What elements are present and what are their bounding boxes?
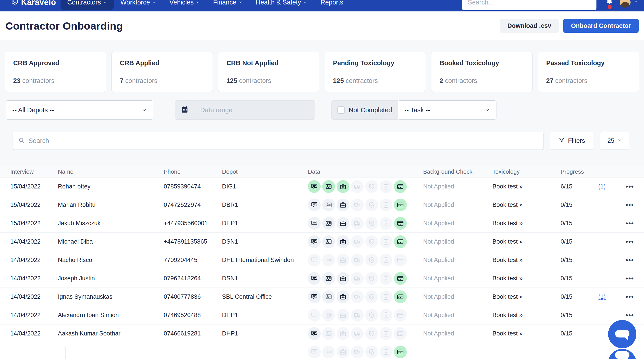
stat-card[interactable]: CRB Approved 23 contractors (5, 52, 106, 92)
id-badge-icon[interactable] (322, 254, 335, 267)
book-test-link[interactable]: Book test » (492, 238, 560, 245)
clipboard-check-icon[interactable] (380, 272, 392, 285)
comment-icon[interactable] (308, 254, 321, 267)
table-search[interactable] (12, 132, 544, 150)
stat-card[interactable]: CRB Applied 7 contractors (112, 52, 212, 92)
shield-check-icon[interactable] (365, 291, 378, 303)
nav-item-vehicles[interactable]: Vehicles (163, 0, 206, 10)
comment-icon[interactable] (308, 346, 321, 358)
table-search-input[interactable] (28, 137, 538, 145)
shield-check-icon[interactable] (365, 199, 378, 211)
shield-check-icon[interactable] (365, 309, 378, 322)
clipboard-check-icon[interactable] (380, 291, 392, 303)
payment-card-icon[interactable] (394, 235, 407, 248)
onboard-contractor-button[interactable]: Onboard Contractor (563, 19, 638, 33)
row-actions-menu[interactable]: ••• (626, 312, 644, 319)
comment-icon[interactable] (308, 180, 321, 193)
clipboard-check-icon[interactable] (380, 199, 392, 211)
clipboard-check-icon[interactable] (380, 346, 392, 358)
id-badge-icon[interactable] (322, 327, 335, 340)
nav-item-workforce[interactable]: Workforce (114, 0, 163, 10)
stat-card[interactable]: Passed Toxicology 27 contractors (538, 52, 639, 92)
nav-item-health-safety[interactable]: Health & Safety (249, 0, 314, 10)
truck-icon[interactable] (351, 309, 364, 322)
row-actions-menu[interactable]: ••• (626, 183, 644, 190)
briefcase-icon[interactable] (336, 217, 349, 230)
book-test-link[interactable]: Book test » (492, 330, 560, 337)
chat-count-link[interactable]: (1) (598, 183, 606, 190)
user-menu-caret-icon[interactable] (634, 0, 638, 5)
download-csv-button[interactable]: Download .csv (500, 19, 559, 33)
stat-card[interactable]: Booked Toxicology 2 contractors (431, 52, 532, 92)
clipboard-check-icon[interactable] (380, 180, 392, 193)
briefcase-icon[interactable] (336, 291, 349, 303)
shield-check-icon[interactable] (365, 346, 378, 358)
shield-check-icon[interactable] (365, 235, 378, 248)
global-search[interactable] (462, 0, 596, 10)
truck-icon[interactable] (351, 217, 364, 230)
briefcase-icon[interactable] (336, 272, 349, 285)
comment-icon[interactable] (308, 199, 321, 211)
briefcase-icon[interactable] (336, 180, 349, 193)
truck-icon[interactable] (351, 272, 364, 285)
payment-card-icon[interactable] (394, 217, 407, 230)
truck-icon[interactable] (351, 180, 364, 193)
truck-icon[interactable] (351, 346, 364, 358)
comment-icon[interactable] (308, 327, 321, 340)
nav-item-reports[interactable]: Reports (314, 0, 350, 10)
global-search-input[interactable] (468, 0, 591, 6)
row-actions-menu[interactable]: ••• (626, 238, 644, 246)
payment-card-icon[interactable] (394, 254, 407, 267)
nav-item-contractors[interactable]: Contractors (60, 0, 114, 10)
shield-check-icon[interactable] (365, 272, 378, 285)
comment-icon[interactable] (308, 235, 321, 248)
truck-icon[interactable] (351, 254, 364, 267)
clipboard-check-icon[interactable] (380, 235, 392, 248)
truck-icon[interactable] (351, 235, 364, 248)
id-badge-icon[interactable] (322, 291, 335, 303)
chat-count-link[interactable]: (1) (598, 293, 606, 300)
briefcase-icon[interactable] (336, 254, 349, 267)
clipboard-check-icon[interactable] (380, 217, 392, 230)
shield-check-icon[interactable] (365, 217, 378, 230)
briefcase-icon[interactable] (336, 309, 349, 322)
shield-check-icon[interactable] (365, 254, 378, 267)
row-actions-menu[interactable]: ••• (626, 275, 644, 282)
not-completed-checkbox[interactable] (338, 106, 345, 114)
briefcase-icon[interactable] (336, 327, 349, 340)
nav-item-finance[interactable]: Finance (206, 0, 249, 10)
chat-widget-button[interactable] (608, 320, 636, 348)
payment-card-icon[interactable] (394, 291, 407, 303)
book-test-link[interactable]: Book test » (492, 312, 560, 319)
brand-logo[interactable]: Karavelo (11, 0, 56, 7)
depot-select[interactable]: -- All Depots -- (6, 100, 154, 120)
clipboard-check-icon[interactable] (380, 327, 392, 340)
payment-card-icon[interactable] (394, 309, 407, 322)
id-badge-icon[interactable] (322, 346, 335, 358)
book-test-link[interactable]: Book test » (492, 220, 560, 227)
book-test-link[interactable]: Book test » (492, 201, 560, 208)
briefcase-icon[interactable] (336, 199, 349, 211)
truck-icon[interactable] (351, 327, 364, 340)
truck-icon[interactable] (351, 199, 364, 211)
user-avatar[interactable] (620, 0, 630, 7)
payment-card-icon[interactable] (394, 327, 407, 340)
clipboard-check-icon[interactable] (380, 309, 392, 322)
briefcase-icon[interactable] (336, 235, 349, 248)
payment-card-icon[interactable] (394, 346, 407, 358)
stat-card[interactable]: Pending Toxicology 125 contractors (325, 52, 426, 92)
task-select[interactable]: -- Task -- (398, 100, 496, 120)
row-actions-menu[interactable]: ••• (626, 293, 644, 301)
stat-card[interactable]: CRB Not Applied 125 contractors (218, 52, 319, 92)
clipboard-check-icon[interactable] (380, 254, 392, 267)
payment-card-icon[interactable] (394, 272, 407, 285)
id-badge-icon[interactable] (322, 309, 335, 322)
book-test-link[interactable]: Book test » (492, 293, 560, 300)
payment-card-icon[interactable] (394, 180, 407, 193)
id-badge-icon[interactable] (322, 180, 335, 193)
comment-icon[interactable] (308, 217, 321, 230)
truck-icon[interactable] (351, 291, 364, 303)
comment-icon[interactable] (308, 291, 321, 303)
id-badge-icon[interactable] (322, 272, 335, 285)
id-badge-icon[interactable] (322, 217, 335, 230)
